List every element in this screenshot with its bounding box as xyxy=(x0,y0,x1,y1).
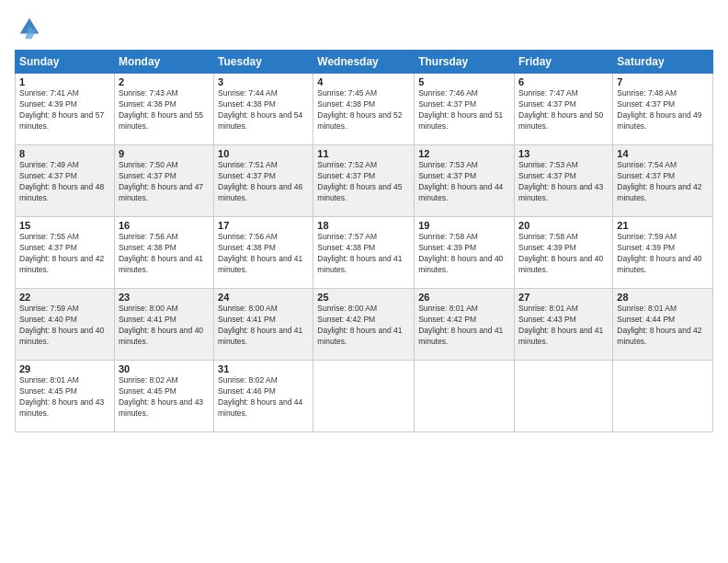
day-info: Sunrise: 7:55 AMSunset: 4:37 PMDaylight:… xyxy=(19,232,110,276)
calendar-cell: 30 Sunrise: 8:02 AMSunset: 4:45 PMDaylig… xyxy=(114,361,213,432)
calendar-cell: 15 Sunrise: 7:55 AMSunset: 4:37 PMDaylig… xyxy=(16,217,115,289)
calendar-week-row: 29 Sunrise: 8:01 AMSunset: 4:45 PMDaylig… xyxy=(16,361,713,432)
day-number: 9 xyxy=(119,148,210,159)
calendar-week-row: 15 Sunrise: 7:55 AMSunset: 4:37 PMDaylig… xyxy=(16,217,713,289)
day-number: 22 xyxy=(19,292,110,303)
calendar-cell: 5 Sunrise: 7:46 AMSunset: 4:37 PMDayligh… xyxy=(415,74,515,145)
day-info: Sunrise: 7:52 AMSunset: 4:37 PMDaylight:… xyxy=(317,160,410,204)
day-info: Sunrise: 7:46 AMSunset: 4:37 PMDaylight:… xyxy=(418,88,510,132)
col-friday: Friday xyxy=(515,51,613,74)
day-number: 28 xyxy=(617,292,709,303)
day-info: Sunrise: 8:01 AMSunset: 4:43 PMDaylight:… xyxy=(518,304,609,348)
calendar-header-row: Sunday Monday Tuesday Wednesday Thursday… xyxy=(16,51,713,74)
day-number: 5 xyxy=(418,76,510,87)
day-number: 30 xyxy=(119,363,210,374)
calendar-cell: 20 Sunrise: 7:58 AMSunset: 4:39 PMDaylig… xyxy=(515,217,613,289)
day-info: Sunrise: 8:00 AMSunset: 4:41 PMDaylight:… xyxy=(119,304,210,348)
col-monday: Monday xyxy=(114,51,213,74)
logo-icon xyxy=(17,15,42,40)
calendar-cell: 22 Sunrise: 7:59 AMSunset: 4:40 PMDaylig… xyxy=(16,289,115,361)
day-number: 7 xyxy=(617,76,709,87)
calendar-cell: 7 Sunrise: 7:48 AMSunset: 4:37 PMDayligh… xyxy=(613,74,713,145)
calendar-cell: 8 Sunrise: 7:49 AMSunset: 4:37 PMDayligh… xyxy=(16,145,115,217)
calendar-cell: 11 Sunrise: 7:52 AMSunset: 4:37 PMDaylig… xyxy=(313,145,415,217)
day-number: 11 xyxy=(317,148,410,159)
day-info: Sunrise: 7:50 AMSunset: 4:37 PMDaylight:… xyxy=(119,160,210,204)
col-sunday: Sunday xyxy=(16,51,115,74)
day-info: Sunrise: 8:01 AMSunset: 4:45 PMDaylight:… xyxy=(19,375,110,419)
calendar-cell xyxy=(415,361,515,432)
calendar-cell: 14 Sunrise: 7:54 AMSunset: 4:37 PMDaylig… xyxy=(613,145,713,217)
calendar-cell: 9 Sunrise: 7:50 AMSunset: 4:37 PMDayligh… xyxy=(114,145,213,217)
calendar-cell: 27 Sunrise: 8:01 AMSunset: 4:43 PMDaylig… xyxy=(515,289,613,361)
calendar-cell: 25 Sunrise: 8:00 AMSunset: 4:42 PMDaylig… xyxy=(313,289,415,361)
day-number: 12 xyxy=(418,148,510,159)
day-number: 20 xyxy=(518,220,609,231)
day-info: Sunrise: 7:54 AMSunset: 4:37 PMDaylight:… xyxy=(617,160,709,204)
day-number: 15 xyxy=(19,220,110,231)
day-number: 3 xyxy=(218,76,309,87)
day-info: Sunrise: 7:53 AMSunset: 4:37 PMDaylight:… xyxy=(518,160,609,204)
day-number: 1 xyxy=(19,76,110,87)
day-number: 14 xyxy=(617,148,709,159)
day-info: Sunrise: 7:49 AMSunset: 4:37 PMDaylight:… xyxy=(19,160,110,204)
day-info: Sunrise: 7:45 AMSunset: 4:38 PMDaylight:… xyxy=(317,88,410,132)
col-thursday: Thursday xyxy=(415,51,515,74)
day-number: 4 xyxy=(317,76,410,87)
header xyxy=(15,15,713,40)
calendar-cell: 17 Sunrise: 7:56 AMSunset: 4:38 PMDaylig… xyxy=(214,217,313,289)
day-info: Sunrise: 7:56 AMSunset: 4:38 PMDaylight:… xyxy=(218,232,309,276)
calendar-cell: 1 Sunrise: 7:41 AMSunset: 4:39 PMDayligh… xyxy=(16,74,115,145)
day-info: Sunrise: 7:47 AMSunset: 4:37 PMDaylight:… xyxy=(518,88,609,132)
day-info: Sunrise: 8:00 AMSunset: 4:42 PMDaylight:… xyxy=(317,304,410,348)
calendar-cell: 31 Sunrise: 8:02 AMSunset: 4:46 PMDaylig… xyxy=(214,361,313,432)
day-info: Sunrise: 7:48 AMSunset: 4:37 PMDaylight:… xyxy=(617,88,709,132)
day-number: 17 xyxy=(218,220,309,231)
calendar-cell: 18 Sunrise: 7:57 AMSunset: 4:38 PMDaylig… xyxy=(313,217,415,289)
day-info: Sunrise: 7:59 AMSunset: 4:39 PMDaylight:… xyxy=(617,232,709,276)
calendar-cell: 21 Sunrise: 7:59 AMSunset: 4:39 PMDaylig… xyxy=(613,217,713,289)
day-info: Sunrise: 7:57 AMSunset: 4:38 PMDaylight:… xyxy=(317,232,410,276)
day-number: 10 xyxy=(218,148,309,159)
calendar-cell: 3 Sunrise: 7:44 AMSunset: 4:38 PMDayligh… xyxy=(214,74,313,145)
calendar-week-row: 8 Sunrise: 7:49 AMSunset: 4:37 PMDayligh… xyxy=(16,145,713,217)
col-saturday: Saturday xyxy=(613,51,713,74)
calendar-cell xyxy=(313,361,415,432)
day-number: 2 xyxy=(119,76,210,87)
day-number: 21 xyxy=(617,220,709,231)
day-number: 25 xyxy=(317,292,410,303)
calendar-cell xyxy=(613,361,713,432)
calendar-cell: 19 Sunrise: 7:58 AMSunset: 4:39 PMDaylig… xyxy=(415,217,515,289)
day-info: Sunrise: 8:01 AMSunset: 4:44 PMDaylight:… xyxy=(617,304,709,348)
day-info: Sunrise: 8:01 AMSunset: 4:42 PMDaylight:… xyxy=(418,304,510,348)
calendar-cell: 10 Sunrise: 7:51 AMSunset: 4:37 PMDaylig… xyxy=(214,145,313,217)
day-number: 31 xyxy=(218,363,309,374)
calendar-cell: 2 Sunrise: 7:43 AMSunset: 4:38 PMDayligh… xyxy=(114,74,213,145)
calendar-table: Sunday Monday Tuesday Wednesday Thursday… xyxy=(15,50,713,432)
day-info: Sunrise: 7:58 AMSunset: 4:39 PMDaylight:… xyxy=(518,232,609,276)
day-info: Sunrise: 7:41 AMSunset: 4:39 PMDaylight:… xyxy=(19,88,110,132)
col-wednesday: Wednesday xyxy=(313,51,415,74)
day-info: Sunrise: 8:02 AMSunset: 4:45 PMDaylight:… xyxy=(119,375,210,419)
calendar-week-row: 22 Sunrise: 7:59 AMSunset: 4:40 PMDaylig… xyxy=(16,289,713,361)
day-number: 24 xyxy=(218,292,309,303)
day-number: 19 xyxy=(418,220,510,231)
calendar-cell: 24 Sunrise: 8:00 AMSunset: 4:41 PMDaylig… xyxy=(214,289,313,361)
day-number: 6 xyxy=(518,76,609,87)
day-number: 16 xyxy=(119,220,210,231)
day-info: Sunrise: 7:56 AMSunset: 4:38 PMDaylight:… xyxy=(119,232,210,276)
calendar-cell: 4 Sunrise: 7:45 AMSunset: 4:38 PMDayligh… xyxy=(313,74,415,145)
day-number: 18 xyxy=(317,220,410,231)
calendar-cell: 28 Sunrise: 8:01 AMSunset: 4:44 PMDaylig… xyxy=(613,289,713,361)
calendar-cell: 12 Sunrise: 7:53 AMSunset: 4:37 PMDaylig… xyxy=(415,145,515,217)
calendar-cell: 29 Sunrise: 8:01 AMSunset: 4:45 PMDaylig… xyxy=(16,361,115,432)
calendar-cell: 23 Sunrise: 8:00 AMSunset: 4:41 PMDaylig… xyxy=(114,289,213,361)
day-number: 8 xyxy=(19,148,110,159)
day-info: Sunrise: 7:51 AMSunset: 4:37 PMDaylight:… xyxy=(218,160,309,204)
calendar-page: Sunday Monday Tuesday Wednesday Thursday… xyxy=(0,0,728,563)
col-tuesday: Tuesday xyxy=(214,51,313,74)
day-info: Sunrise: 7:44 AMSunset: 4:38 PMDaylight:… xyxy=(218,88,309,132)
day-info: Sunrise: 7:53 AMSunset: 4:37 PMDaylight:… xyxy=(418,160,510,204)
day-info: Sunrise: 8:00 AMSunset: 4:41 PMDaylight:… xyxy=(218,304,309,348)
calendar-cell: 26 Sunrise: 8:01 AMSunset: 4:42 PMDaylig… xyxy=(415,289,515,361)
